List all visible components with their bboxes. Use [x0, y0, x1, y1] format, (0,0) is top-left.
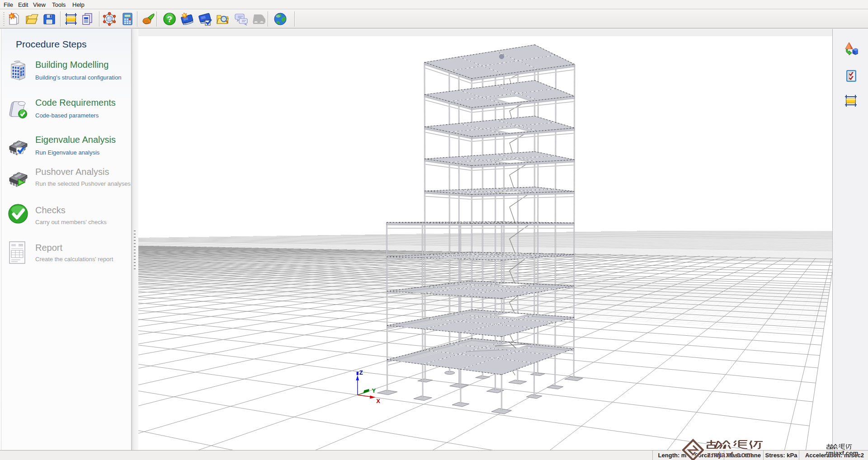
svg-text:zmjaxf.com: zmjaxf.com — [707, 451, 753, 459]
svg-text:zmjaxf.com: zmjaxf.com — [826, 450, 859, 456]
svg-text:Z: Z — [359, 369, 363, 376]
svg-text:X: X — [376, 398, 380, 404]
svg-text:Y: Y — [372, 387, 376, 394]
svg-text:?: ? — [167, 14, 172, 24]
